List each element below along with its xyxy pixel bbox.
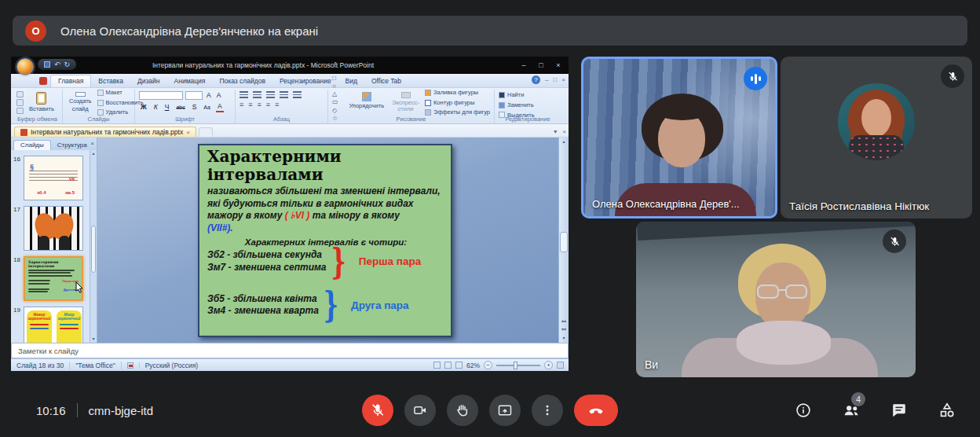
scroll-up-icon[interactable]: ▴ — [90, 150, 97, 157]
justify-icon[interactable]: ≡ — [266, 101, 270, 108]
arrange-button[interactable]: Упорядочить — [346, 91, 386, 114]
panel-tab-outline[interactable]: Структура — [51, 141, 93, 150]
save-icon[interactable] — [44, 61, 50, 68]
indent-increase-icon[interactable] — [280, 91, 288, 98]
video-tile-olena[interactable]: Олена Олександрівна Дерев'... — [581, 57, 777, 218]
meeting-details-button[interactable] — [794, 401, 813, 420]
format-painter-icon[interactable] — [16, 108, 24, 114]
panel-scrollbar[interactable]: ▴ ▾ — [90, 150, 97, 343]
font-color-button[interactable]: А — [216, 102, 224, 112]
window-controls[interactable]: – □ × — [515, 57, 567, 73]
zoom-slider[interactable] — [496, 365, 540, 366]
document-tab[interactable]: Інтервали натуральних та гармонічних лад… — [14, 127, 196, 137]
tab-vstavka[interactable]: Вставка — [91, 75, 130, 87]
tab-glavnaya[interactable]: Главная — [50, 75, 91, 87]
previous-slide-icon[interactable]: ▴▴ — [559, 317, 569, 325]
mic-toggle-button[interactable] — [362, 395, 393, 426]
panel-tab-slides[interactable]: Слайды — [13, 140, 51, 150]
office-button-icon[interactable] — [16, 58, 34, 75]
scroll-up-icon[interactable]: ▴ — [559, 138, 569, 146]
zoom-in-icon[interactable]: + — [544, 361, 553, 369]
help-icon[interactable]: ? — [532, 75, 540, 84]
maximize-button[interactable]: □ — [532, 57, 550, 73]
redo-icon[interactable]: ↻ — [64, 61, 71, 68]
slide-thumbnail-18-selected[interactable]: 18 Характерними інтервалами Перша пара — [24, 256, 89, 301]
slide-thumbnail-16[interactable]: 16 § VII зб.4 зм.5 — [24, 156, 89, 200]
align-left-icon[interactable]: ≡ — [240, 101, 243, 108]
copy-icon[interactable] — [16, 99, 24, 105]
quick-access-toolbar[interactable]: ↶ ↻ — [38, 59, 76, 70]
undo-icon[interactable]: ↶ — [54, 61, 60, 68]
find-button[interactable]: Найти — [499, 91, 557, 99]
close-button[interactable]: × — [550, 57, 567, 73]
new-document-tab-stub[interactable] — [199, 127, 213, 137]
underline-button[interactable]: Ч — [163, 103, 171, 112]
line-spacing-icon[interactable] — [293, 91, 302, 98]
ribbon-close-icon[interactable]: × — [561, 76, 565, 83]
slide-canvas[interactable]: Характерними інтервалами називаються збі… — [97, 138, 569, 343]
normal-view-icon[interactable] — [433, 362, 441, 369]
zoom-slider-thumb[interactable] — [514, 362, 517, 369]
activities-button[interactable] — [938, 401, 956, 420]
raise-hand-button[interactable] — [447, 395, 478, 426]
cut-icon[interactable] — [16, 91, 24, 97]
strikethrough-button[interactable]: abc — [174, 103, 186, 112]
text-shadow-button[interactable]: S — [191, 103, 199, 112]
camera-toggle-button[interactable] — [404, 395, 436, 426]
replace-button[interactable]: Заменить — [499, 101, 557, 109]
more-options-button[interactable] — [532, 395, 563, 426]
next-slide-icon[interactable]: ▾▾ — [559, 325, 569, 334]
panel-close-icon[interactable]: × — [90, 140, 94, 147]
columns-icon[interactable]: ≡ — [275, 101, 279, 108]
present-screen-button[interactable] — [489, 395, 521, 426]
participants-button[interactable]: 4 — [842, 401, 861, 420]
view-zoom-controls: 62% − + — [433, 361, 569, 369]
video-tile-self[interactable]: Ви — [636, 222, 916, 377]
fit-to-window-icon[interactable] — [557, 362, 564, 369]
notes-pane[interactable]: Заметки к слайду — [11, 343, 569, 358]
paste-button[interactable]: Вставить — [27, 91, 57, 114]
end-call-button[interactable] — [574, 395, 618, 426]
scroll-down-icon[interactable]: ▾ — [90, 336, 97, 343]
tab-dizayn[interactable]: Дизайн — [130, 75, 167, 87]
minimize-button[interactable]: – — [515, 57, 532, 73]
scroll-down-icon[interactable]: ▾ — [559, 334, 569, 343]
shrink-font-icon[interactable]: А — [215, 91, 223, 100]
shapes-gallery-row1[interactable]: □ ○ △ ▭ — [332, 75, 343, 106]
font-name-box[interactable] — [139, 91, 183, 100]
slide-sorter-icon[interactable] — [444, 362, 452, 369]
grow-font-icon[interactable]: А — [205, 91, 213, 100]
doc-close-icon[interactable]: × — [562, 128, 566, 135]
slide-thumbnail-17[interactable]: 17 — [24, 206, 89, 251]
tab-pokaz-slaydov[interactable]: Показ слайдов — [212, 75, 272, 87]
new-slide-button[interactable]: Создать слайд — [67, 91, 94, 114]
zoom-out-icon[interactable]: − — [484, 361, 492, 369]
canvas-scrollbar-thumb[interactable] — [560, 232, 568, 252]
shape-fill-button[interactable]: Заливка фигуры — [425, 89, 490, 97]
indent-decrease-icon[interactable] — [266, 91, 275, 98]
bullets-icon[interactable] — [240, 91, 248, 98]
panel-scrollbar-thumb[interactable] — [91, 226, 96, 273]
align-center-icon[interactable]: ≡ — [248, 101, 252, 108]
tab-office-tab[interactable]: Office Tab — [364, 75, 408, 87]
document-tab-close-icon[interactable]: × — [186, 129, 190, 136]
ribbon-restore-icon[interactable]: □ — [553, 76, 557, 83]
tab-recenzirovanie[interactable]: Рецензирование — [272, 75, 338, 87]
quick-styles-button[interactable]: Экспресс-стили — [389, 91, 422, 114]
tab-list-icon[interactable]: ▾ — [554, 128, 557, 135]
shared-screen[interactable]: ↶ ↻ Інтервали натуральних та гармонічних… — [11, 57, 569, 371]
italic-button[interactable]: К — [152, 103, 159, 112]
shape-outline-button[interactable]: Контур фигуры — [425, 99, 490, 107]
ribbon-minimize-icon[interactable]: – — [545, 76, 548, 83]
tab-animaciya[interactable]: Анимация — [167, 75, 213, 87]
spellcheck-segment[interactable] — [122, 362, 140, 369]
slideshow-icon[interactable] — [455, 362, 463, 369]
font-size-box[interactable] — [185, 91, 203, 100]
align-right-icon[interactable]: ≡ — [258, 101, 261, 108]
bold-button[interactable]: Ж — [139, 103, 148, 112]
canvas-scrollbar[interactable]: ▴ ▴▴ ▾▾ ▾ — [558, 138, 569, 343]
change-case-button[interactable]: Аа — [202, 103, 212, 112]
video-tile-taisiia[interactable]: Таїсія Ростиславівна Нікітюк — [781, 57, 972, 218]
numbering-icon[interactable] — [253, 91, 261, 98]
chat-button[interactable] — [890, 401, 909, 420]
